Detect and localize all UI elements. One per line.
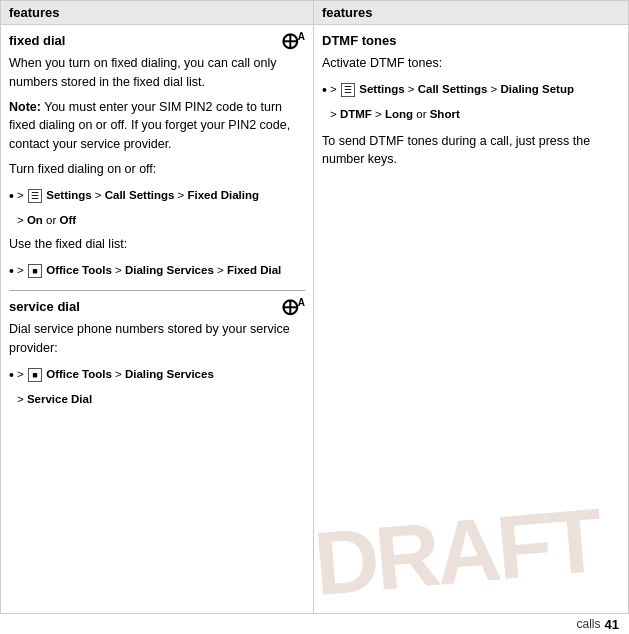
left-content: fixed dial ⨁A When you turn on fixed dia… <box>1 25 313 421</box>
dtmf-send-para: To send DTMF tones during a call, just p… <box>322 132 620 170</box>
office-tools-icon-1: ■ <box>28 264 42 278</box>
right-column: features DTMF tones Activate DTMF tones:… <box>314 1 628 613</box>
nav-arrow-4: > <box>330 83 340 95</box>
nav-dot-3: • <box>9 367 14 383</box>
settings-icon-1: ☰ <box>28 189 42 203</box>
fixed-dial-use-list: Use the fixed dial list: <box>9 235 305 254</box>
footer: calls 41 <box>0 614 629 634</box>
fixed-dial-label: fixed dial <box>9 33 65 48</box>
service-dial-title: service dial ⨁A <box>9 299 305 314</box>
nav-dtmf-option: > DTMF > Long or Short <box>330 108 460 120</box>
page-number: 41 <box>605 617 619 632</box>
nav-arrow-1: > <box>17 189 27 201</box>
footer-label: calls <box>577 617 601 631</box>
right-header: features <box>314 1 628 25</box>
fixed-dial-note: Note: You must enter your SIM PIN2 code … <box>9 98 305 154</box>
nav-dot-2: • <box>9 263 14 279</box>
nav-office-tools-2: Office Tools > Dialing Services <box>46 368 214 380</box>
fixed-dial-section: fixed dial ⨁A When you turn on fixed dia… <box>9 33 305 282</box>
fixed-dial-title: fixed dial ⨁A <box>9 33 305 48</box>
nav-service-dial: > Service Dial <box>17 393 92 405</box>
nav-office-tools-1: Office Tools > Dialing Services > Fixed … <box>46 264 281 276</box>
right-content: DTMF tones Activate DTMF tones: • > ☰ Se… <box>314 25 628 183</box>
dtmf-activate: Activate DTMF tones: <box>322 54 620 73</box>
nav-dot-4: • <box>322 82 327 98</box>
fixed-dial-nav1: • > ☰ Settings > Call Settings > Fixed D… <box>9 185 305 207</box>
fixed-dial-para1: When you turn on fixed dialing, you can … <box>9 54 305 92</box>
nav-arrow-2: > <box>17 264 27 276</box>
left-column: features fixed dial ⨁A When you turn on … <box>1 1 314 613</box>
section-divider-1 <box>9 290 305 291</box>
dtmf-nav1b: > DTMF > Long or Short <box>322 105 620 123</box>
dtmf-section: DTMF tones Activate DTMF tones: • > ☰ Se… <box>322 33 620 169</box>
nav-settings-2: Settings > Call Settings > Dialing Setup <box>359 83 574 95</box>
office-tools-icon-2: ■ <box>28 368 42 382</box>
dtmf-nav1: • > ☰ Settings > Call Settings > Dialing… <box>322 79 620 101</box>
settings-icon-2: ☰ <box>341 83 355 97</box>
service-dial-para1: Dial service phone numbers stored by you… <box>9 320 305 358</box>
fixed-dial-nav1b: > On or Off <box>9 211 305 229</box>
nav-settings-1: Settings > Call Settings > Fixed Dialing <box>46 189 259 201</box>
left-header: features <box>1 1 313 25</box>
dtmf-label: DTMF tones <box>322 33 396 48</box>
nav-arrow-3: > <box>17 368 27 380</box>
fixed-dial-nav2: • > ■ Office Tools > Dialing Services > … <box>9 260 305 282</box>
fixed-dial-turn-on: Turn fixed dialing on or off: <box>9 160 305 179</box>
service-dial-icon: ⨁A <box>282 297 305 316</box>
service-dial-nav1: • > ■ Office Tools > Dialing Services <box>9 364 305 386</box>
fixed-dial-icon: ⨁A <box>282 31 305 50</box>
dtmf-title: DTMF tones <box>322 33 620 48</box>
service-dial-section: service dial ⨁A Dial service phone numbe… <box>9 299 305 408</box>
service-dial-nav1b: > Service Dial <box>9 390 305 408</box>
service-dial-label: service dial <box>9 299 80 314</box>
nav-dot-1: • <box>9 188 14 204</box>
nav-on-off: > On or Off <box>17 214 76 226</box>
